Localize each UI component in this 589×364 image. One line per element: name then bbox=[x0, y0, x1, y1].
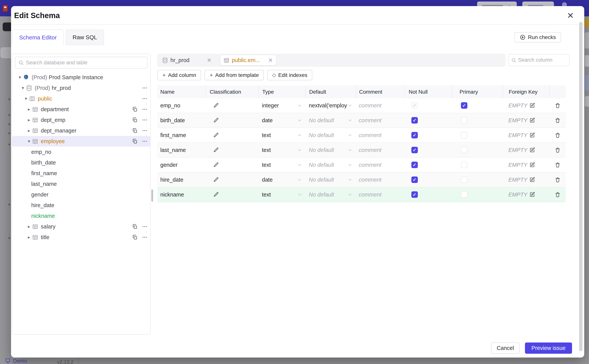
tree-item-emp_no[interactable]: emp_no bbox=[12, 147, 150, 157]
default-select[interactable]: No default bbox=[305, 187, 356, 202]
tab-schema-editor[interactable]: Schema Editor bbox=[12, 30, 64, 45]
tree-scrollbar-thumb[interactable] bbox=[151, 189, 153, 202]
edit-indexes-button[interactable]: ◇ Edit indexes bbox=[267, 70, 312, 80]
default-select[interactable]: nextval('employ bbox=[305, 98, 356, 113]
comment-field[interactable]: comment bbox=[356, 172, 405, 187]
foreign-key-edit-button[interactable] bbox=[529, 192, 535, 197]
duplicate-table-button[interactable] bbox=[132, 224, 138, 229]
duplicate-table-button[interactable] bbox=[132, 128, 138, 133]
duplicate-table-button[interactable] bbox=[132, 117, 138, 123]
run-checks-button[interactable]: Run checks bbox=[515, 32, 561, 42]
caret-right-icon[interactable]: ▸ bbox=[26, 234, 32, 240]
preview-issue-button[interactable]: Preview issue bbox=[525, 343, 572, 354]
editing-tab-hr_prod[interactable]: hr_prod ✕ bbox=[159, 55, 215, 65]
tree-item-public[interactable]: ▾public bbox=[12, 93, 150, 104]
tree-item-first_name[interactable]: first_name bbox=[12, 168, 150, 179]
comment-field[interactable]: comment bbox=[356, 143, 405, 157]
caret-down-icon[interactable]: ▾ bbox=[20, 85, 26, 91]
more-actions-button[interactable] bbox=[142, 85, 147, 91]
default-select[interactable]: No default bbox=[305, 128, 356, 143]
primary-checkbox[interactable] bbox=[461, 191, 467, 198]
tree-item-last_name[interactable]: last_name bbox=[12, 179, 150, 189]
column-name-field[interactable]: first_name bbox=[157, 128, 206, 143]
more-actions-button[interactable] bbox=[142, 234, 147, 240]
column-name-field[interactable]: emp_no bbox=[157, 98, 206, 113]
delete-column-button[interactable] bbox=[555, 162, 561, 168]
foreign-key-edit-button[interactable] bbox=[529, 103, 535, 108]
comment-field[interactable]: comment bbox=[356, 128, 405, 143]
caret-right-icon[interactable]: ▸ bbox=[26, 107, 32, 112]
close-icon[interactable]: ✕ bbox=[567, 11, 574, 20]
classification-edit-button[interactable] bbox=[213, 147, 219, 153]
not-null-checkbox[interactable]: ✓ bbox=[411, 191, 418, 198]
comment-field[interactable]: comment bbox=[356, 187, 405, 202]
type-select[interactable]: date bbox=[259, 172, 305, 187]
type-select[interactable]: text bbox=[259, 158, 305, 172]
tree-item-birth_date[interactable]: birth_date bbox=[12, 157, 150, 168]
editing-tab-publicem[interactable]: public.em... ✕ bbox=[220, 55, 276, 65]
caret-right-icon[interactable]: ▸ bbox=[26, 117, 32, 123]
foreign-key-edit-button[interactable] bbox=[529, 117, 535, 123]
tree-item-hr_prod[interactable]: ▾(Prod)hr_prod bbox=[12, 83, 150, 93]
delete-column-button[interactable] bbox=[555, 132, 561, 138]
delete-column-button[interactable] bbox=[555, 117, 561, 123]
tree-item-nickname[interactable]: nickname bbox=[12, 211, 150, 221]
delete-column-button[interactable] bbox=[555, 177, 561, 183]
not-null-checkbox[interactable]: ✓ bbox=[411, 176, 418, 183]
classification-edit-button[interactable] bbox=[213, 162, 219, 168]
column-name-field[interactable]: nickname bbox=[157, 187, 206, 202]
classification-edit-button[interactable] bbox=[213, 192, 219, 197]
tree-item-employee[interactable]: ▾employee bbox=[12, 136, 150, 147]
type-select[interactable]: date bbox=[259, 113, 305, 128]
default-select[interactable]: No default bbox=[305, 113, 356, 128]
classification-edit-button[interactable] bbox=[213, 117, 219, 123]
default-select[interactable]: No default bbox=[305, 158, 356, 172]
type-select[interactable]: text bbox=[259, 128, 305, 143]
tree-item-title[interactable]: ▸title bbox=[12, 232, 150, 242]
foreign-key-edit-button[interactable] bbox=[529, 147, 535, 153]
column-name-field[interactable]: birth_date bbox=[157, 113, 206, 128]
classification-edit-button[interactable] bbox=[213, 132, 219, 138]
tree-item-department[interactable]: ▸department bbox=[12, 104, 150, 115]
cancel-button[interactable]: Cancel bbox=[491, 343, 520, 354]
caret-down-icon[interactable]: ▾ bbox=[17, 75, 23, 80]
classification-edit-button[interactable] bbox=[213, 103, 219, 108]
type-select[interactable]: text bbox=[259, 187, 305, 202]
column-name-field[interactable]: gender bbox=[157, 158, 206, 172]
default-select[interactable]: No default bbox=[305, 172, 356, 187]
foreign-key-edit-button[interactable] bbox=[529, 132, 535, 138]
primary-checkbox[interactable] bbox=[461, 147, 467, 153]
tree-item-dept_manager[interactable]: ▸dept_manager bbox=[12, 125, 150, 136]
primary-checkbox[interactable] bbox=[461, 132, 467, 138]
primary-checkbox[interactable]: ✓ bbox=[461, 102, 467, 109]
caret-down-icon[interactable]: ▾ bbox=[23, 96, 29, 101]
comment-field[interactable]: comment bbox=[356, 113, 405, 128]
delete-column-button[interactable] bbox=[555, 192, 561, 198]
type-select[interactable]: text bbox=[259, 143, 305, 157]
primary-checkbox[interactable] bbox=[461, 162, 467, 168]
more-actions-button[interactable] bbox=[142, 117, 147, 123]
add-column-button[interactable]: + Add column bbox=[157, 70, 201, 80]
default-select[interactable]: No default bbox=[305, 143, 356, 157]
not-null-checkbox[interactable]: ✓ bbox=[411, 117, 418, 124]
tree-item-Prod Sample Instance[interactable]: ▾(Prod)Prod Sample Instance bbox=[12, 72, 150, 83]
foreign-key-edit-button[interactable] bbox=[529, 162, 535, 168]
more-actions-button[interactable] bbox=[142, 224, 147, 229]
tree-search-input[interactable] bbox=[26, 60, 144, 66]
comment-field[interactable]: comment bbox=[356, 98, 405, 113]
more-actions-button[interactable] bbox=[142, 96, 147, 101]
not-null-checkbox[interactable]: ✓ bbox=[411, 102, 418, 109]
delete-column-button[interactable] bbox=[555, 103, 561, 109]
type-select[interactable]: integer bbox=[259, 98, 305, 113]
column-name-field[interactable]: hire_date bbox=[157, 172, 206, 187]
more-actions-button[interactable] bbox=[142, 106, 147, 112]
duplicate-table-button[interactable] bbox=[132, 138, 138, 144]
duplicate-table-button[interactable] bbox=[132, 234, 138, 240]
more-actions-button[interactable] bbox=[142, 138, 147, 144]
primary-checkbox[interactable] bbox=[461, 117, 467, 124]
not-null-checkbox[interactable]: ✓ bbox=[411, 147, 418, 153]
close-tab-icon[interactable]: ✕ bbox=[268, 57, 273, 64]
comment-field[interactable]: comment bbox=[356, 158, 405, 172]
close-tab-icon[interactable]: ✕ bbox=[207, 57, 212, 64]
classification-edit-button[interactable] bbox=[213, 177, 219, 182]
